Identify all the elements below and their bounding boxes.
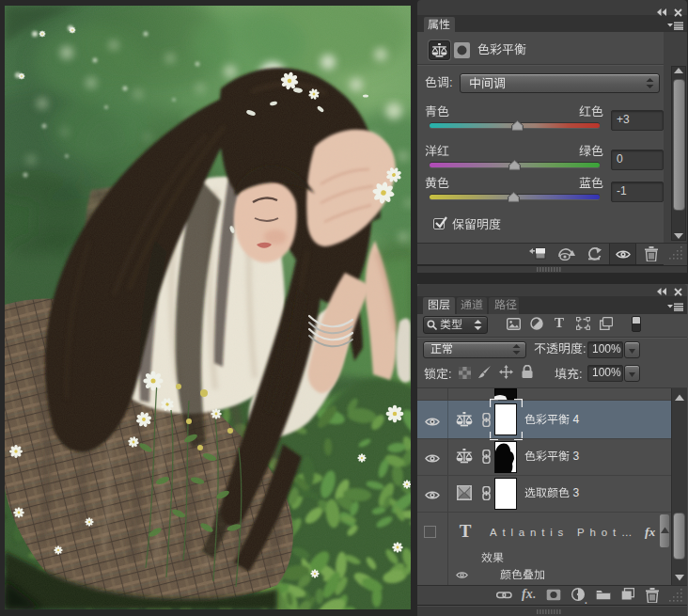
svg-text::: : bbox=[579, 368, 583, 381]
svg-text:-1: -1 bbox=[617, 185, 627, 197]
svg-text:100%: 100% bbox=[592, 367, 621, 379]
svg-text:3: 3 bbox=[573, 487, 580, 499]
svg-text:+3: +3 bbox=[617, 114, 630, 126]
svg-text:0: 0 bbox=[617, 153, 623, 166]
svg-text:4: 4 bbox=[573, 414, 580, 426]
svg-text::: : bbox=[448, 368, 452, 381]
svg-text:100%: 100% bbox=[592, 343, 621, 355]
svg-text::: : bbox=[583, 342, 586, 355]
svg-text:3: 3 bbox=[573, 450, 580, 463]
svg-text::: : bbox=[449, 76, 453, 89]
